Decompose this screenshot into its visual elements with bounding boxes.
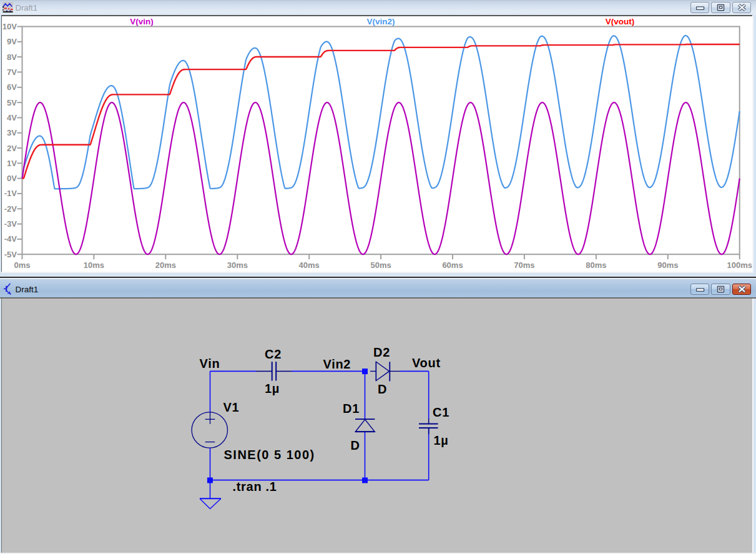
svg-text:Vin: Vin [200,357,220,370]
svg-text:5V: 5V [7,98,17,107]
svg-text:Vin2: Vin2 [323,357,351,371]
svg-text:-2V: -2V [4,204,17,214]
svg-text:2V: 2V [7,144,17,153]
svg-text:10ms: 10ms [84,260,104,270]
svg-text:1µ: 1µ [434,433,449,447]
svg-text:8V: 8V [7,52,17,62]
svg-text:C2: C2 [265,347,282,361]
svg-text:80ms: 80ms [586,260,606,270]
svg-text:3V: 3V [7,128,17,137]
svg-text:10V: 10V [2,22,17,31]
svg-text:50ms: 50ms [370,260,391,270]
svg-text:V(vin2): V(vin2) [366,17,395,26]
svg-text:6V: 6V [7,82,17,92]
svg-text:20ms: 20ms [155,260,176,270]
svg-text:D: D [351,438,360,452]
svg-text:1V: 1V [7,159,17,168]
svg-text:60ms: 60ms [442,260,463,270]
svg-text:V(vout): V(vout) [606,17,635,26]
svg-text:4V: 4V [7,113,17,122]
svg-text:0ms: 0ms [14,260,30,270]
svg-text:9V: 9V [7,37,17,46]
svg-text:0V: 0V [7,174,17,183]
svg-text:-1V: -1V [4,189,17,198]
svg-text:C1: C1 [433,405,449,419]
svg-text:-3V: -3V [4,219,17,229]
svg-text:D2: D2 [373,345,390,359]
svg-text:70ms: 70ms [514,260,534,270]
svg-text:.tran .1: .tran .1 [233,480,277,493]
svg-text:1µ: 1µ [265,382,280,395]
svg-text:30ms: 30ms [227,260,248,270]
svg-text:-5V: -5V [4,250,17,259]
svg-text:V1: V1 [223,400,240,414]
svg-text:D1: D1 [343,402,360,415]
svg-text:-4V: -4V [4,234,17,244]
svg-text:Vout: Vout [412,356,441,370]
svg-text:40ms: 40ms [299,260,320,270]
svg-text:V(vin): V(vin) [130,17,154,26]
svg-text:D: D [378,382,387,396]
svg-text:SINE(0 5 100): SINE(0 5 100) [224,448,315,462]
svg-text:100ms: 100ms [727,260,752,270]
svg-text:7V: 7V [7,67,17,77]
svg-text:90ms: 90ms [657,260,678,270]
